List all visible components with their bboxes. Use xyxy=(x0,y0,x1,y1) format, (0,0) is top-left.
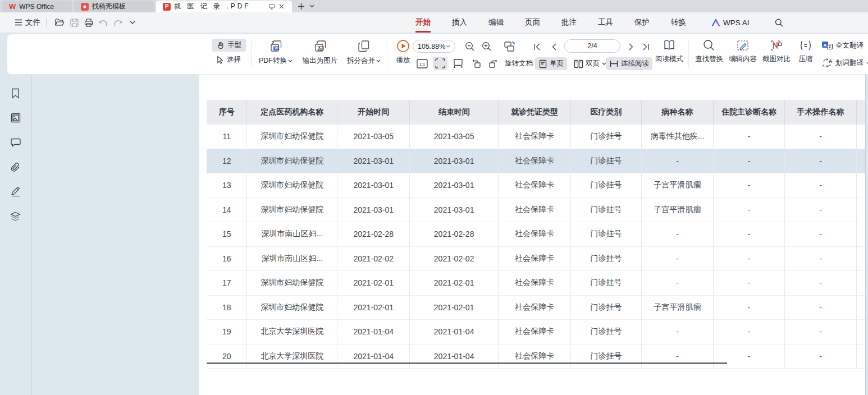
table-header-cell: 医疗类别 xyxy=(571,100,642,125)
table-cell: 2021-02-01 xyxy=(410,296,499,320)
table-cell: - xyxy=(785,198,857,222)
compress-label: 压缩 xyxy=(799,54,813,64)
tab-list-chevron-icon[interactable] xyxy=(309,4,314,8)
close-tab-icon[interactable] xyxy=(278,3,285,10)
hand-tool-button[interactable]: 手型 xyxy=(212,39,246,52)
new-tab-button[interactable] xyxy=(298,3,305,10)
rotate-left-button[interactable] xyxy=(469,57,483,70)
table-cell: - xyxy=(785,173,857,198)
rotate-right-button[interactable] xyxy=(486,57,500,70)
table-header-row: 序号定点医药机构名称开始时间结束时间就诊凭证类型医疗类别病种名称住院主诊断名称手… xyxy=(207,100,865,125)
compress-button[interactable]: 压缩 xyxy=(794,39,817,64)
full-translation-button[interactable]: A 全文翻译 xyxy=(821,41,864,50)
layers-icon[interactable] xyxy=(10,210,22,223)
menu-insert[interactable]: 插入 xyxy=(451,16,468,29)
table-cell: - xyxy=(785,247,857,271)
split-merge-button[interactable]: 拆分合并 xyxy=(344,39,383,66)
export-image-button[interactable]: 输出为图片 xyxy=(298,39,342,66)
tab-medical-record-pdf[interactable]: P 就 医 记 录 .PDF xyxy=(156,1,292,12)
table-cell: 2021-02-01 xyxy=(410,271,499,295)
tab-wps-office[interactable]: W WPS Office xyxy=(2,1,72,12)
open-file-button[interactable] xyxy=(52,16,67,29)
menu-annotate[interactable]: 批注 xyxy=(560,16,578,29)
table-row: 19北京大学深圳医院2021-01-042021-01-04社会保障卡门诊挂号-… xyxy=(207,320,865,345)
table-cell: - xyxy=(714,125,785,149)
pdf-convert-button[interactable]: W PDF转换 xyxy=(254,39,297,66)
cursor-icon xyxy=(216,56,224,64)
edit-content-button[interactable]: 编辑内容 xyxy=(727,39,759,64)
table-cell: 北京大学深圳医院 xyxy=(247,320,337,344)
undo-button[interactable] xyxy=(96,16,111,29)
rotate-document-label: 旋转文档 xyxy=(505,59,533,68)
read-mode-button[interactable]: 阅读模式 xyxy=(654,39,684,64)
file-menu-button[interactable]: 文件 xyxy=(15,17,40,27)
table-header-cell: 结束时间 xyxy=(410,100,499,125)
menu-page[interactable]: 页面 xyxy=(524,16,541,29)
page-number-input[interactable]: 2/4 xyxy=(564,39,620,53)
bookmark-icon[interactable] xyxy=(10,87,22,99)
thumbnail-icon[interactable] xyxy=(10,112,22,124)
next-page-button[interactable] xyxy=(625,40,637,53)
table-cell: 2021-03-05 xyxy=(410,125,499,149)
table-cell: 社会保障卡 xyxy=(499,271,571,295)
table-header-cell: 开始时间 xyxy=(337,100,410,125)
table-cell: 2021-03-05 xyxy=(337,125,410,149)
first-page-button[interactable] xyxy=(531,40,543,53)
select-tool-button[interactable]: 选择 xyxy=(212,53,246,66)
table-cell: 门诊挂号 xyxy=(571,125,642,149)
table-cell: - xyxy=(714,320,785,344)
ribbon-search-icon[interactable] xyxy=(772,16,787,29)
hamburger-icon xyxy=(15,19,22,26)
table-cell: 子宫平滑肌瘤 xyxy=(642,198,714,222)
menu-wps-ai[interactable]: WPS AI xyxy=(712,19,750,27)
fit-page-button[interactable] xyxy=(433,57,447,70)
table-cell: 2021-02-02 xyxy=(337,247,410,271)
menu-edit[interactable]: 编辑 xyxy=(487,16,505,29)
table-cell: 11 xyxy=(207,125,247,149)
actual-size-button[interactable]: 1:1 xyxy=(415,57,430,70)
table-body: 11深圳市妇幼保健院2021-03-052021-03-05社会保障卡门诊挂号病… xyxy=(207,125,865,369)
quick-access-chevron-icon[interactable] xyxy=(125,16,140,29)
save-button[interactable] xyxy=(67,16,81,29)
comment-icon[interactable] xyxy=(10,136,22,149)
pdf-convert-label: PDF转换 xyxy=(259,56,287,66)
table-row: 14深圳市妇幼保健院2021-03-012021-03-01社会保障卡门诊挂号子… xyxy=(207,198,865,223)
table-cell: 2021-01-04 xyxy=(410,320,499,344)
fit-width-button[interactable] xyxy=(451,57,465,70)
last-page-button[interactable] xyxy=(639,40,652,53)
medical-records-table: 序号定点医药机构名称开始时间结束时间就诊凭证类型医疗类别病种名称住院主诊断名称手… xyxy=(207,100,865,369)
menu-home[interactable]: 开始 xyxy=(414,16,432,29)
find-replace-button[interactable]: 查找替换 xyxy=(693,39,725,64)
attachment-icon[interactable] xyxy=(10,161,22,173)
table-cell: 深圳市妇幼保健院 xyxy=(247,296,337,320)
monitor-icon[interactable] xyxy=(268,3,275,10)
menu-tools[interactable]: 工具 xyxy=(597,16,614,29)
continuous-reading-label: 连续阅读 xyxy=(621,59,649,68)
zoom-out-button[interactable] xyxy=(463,40,477,53)
print-button[interactable] xyxy=(81,16,96,29)
redo-button[interactable] xyxy=(111,16,125,29)
split-merge-icon xyxy=(357,39,372,54)
page-indicator-value: 2/4 xyxy=(587,42,597,50)
table-cell: 门诊挂号 xyxy=(571,296,642,320)
pdf-convert-icon: W xyxy=(268,39,284,54)
replace-pages-button[interactable] xyxy=(501,39,518,54)
tab-docer-template[interactable]: 找稿壳模板 xyxy=(74,1,154,12)
zoom-in-button[interactable] xyxy=(480,40,494,53)
table-cell: - xyxy=(714,271,785,295)
word-translation-button[interactable]: x A 划词翻译 xyxy=(821,58,868,68)
double-page-icon xyxy=(574,59,583,68)
zoom-level-combobox[interactable]: 105.88% xyxy=(413,40,455,53)
previous-page-button[interactable] xyxy=(547,40,560,53)
single-page-button[interactable]: 单页 xyxy=(535,57,567,70)
table-cell: - xyxy=(642,345,714,369)
play-button[interactable]: 播放 xyxy=(390,39,416,65)
signature-icon[interactable] xyxy=(10,186,22,198)
continuous-reading-button[interactable]: 连续阅读 xyxy=(606,57,652,70)
screenshot-compare-button[interactable]: 截图对比 xyxy=(761,39,792,64)
double-page-button[interactable]: 双页 xyxy=(570,57,610,70)
menu-protect[interactable]: 保护 xyxy=(633,16,651,29)
menu-convert[interactable]: 转换 xyxy=(670,16,687,29)
table-cell: - xyxy=(642,149,714,173)
rotate-document-button[interactable]: 旋转文档 xyxy=(501,57,536,70)
